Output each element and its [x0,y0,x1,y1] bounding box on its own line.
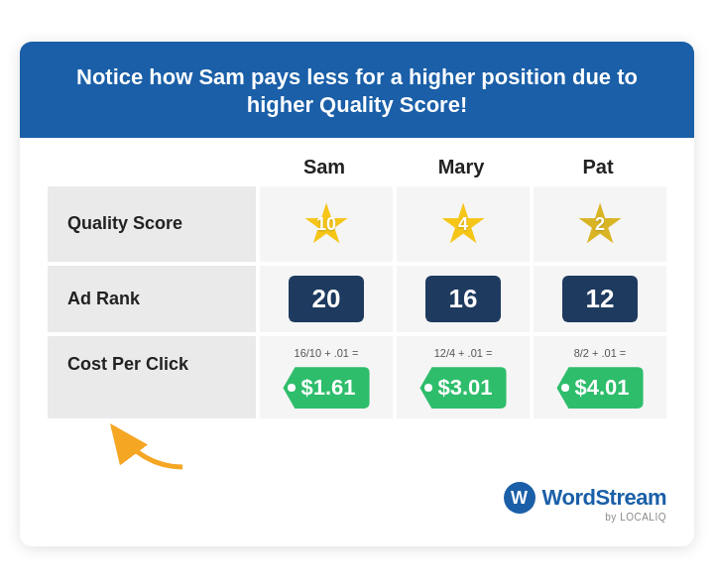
formula-pat: 8/2 + .01 = [574,346,627,361]
star-value-sam: 10 [316,214,336,235]
ad-rank-box-sam: 20 [289,276,365,322]
star-pat: ★ 2 [575,196,625,252]
logo-main: W WordStream [504,482,666,514]
cost-per-click-row: Cost Per Click 16/10 + .01 = $1.61 12/4 … [48,336,666,422]
price-tag-wrap-mary: 12/4 + .01 = $3.01 [405,346,522,409]
header-title: Notice how Sam pays less for a higher po… [20,42,694,138]
ad-rank-sam: 20 [256,266,393,336]
quality-score-mary: ★ 4 [393,186,530,266]
col-header-mary: Mary [393,156,530,186]
ad-rank-row: Ad Rank 20 16 12 [48,266,666,336]
wordstream-logo: W WordStream by LOCALIQ [504,482,666,523]
logo-icon: W [504,482,536,514]
col-header-sam: Sam [256,156,393,186]
ad-rank-box-pat: 12 [562,276,639,322]
logo-text: WordStream [542,485,666,511]
star-value-mary: 4 [458,214,468,235]
cost-mary: 12/4 + .01 = $3.01 [393,336,530,422]
comparison-table: Sam Mary Pat Quality Score ★ 10 [48,156,666,472]
formula-sam: 16/10 + .01 = [295,346,359,361]
formula-mary: 12/4 + .01 = [434,346,493,361]
cost-per-click-label: Cost Per Click [48,336,256,422]
price-tag-wrap-pat: 8/2 + .01 = $4.01 [541,346,658,409]
star-value-pat: 2 [595,214,605,235]
cost-pat: 8/2 + .01 = $4.01 [530,336,666,422]
footer: W WordStream by LOCALIQ [20,472,694,523]
star-mary: ★ 4 [438,196,488,252]
ad-rank-pat: 12 [530,266,666,336]
quality-score-pat: ★ 2 [530,186,666,266]
star-sam: ★ 10 [301,196,351,252]
main-card: Notice how Sam pays less for a higher po… [20,42,694,547]
quality-score-sam: ★ 10 [256,186,393,266]
price-tag-wrap-sam: 16/10 + .01 = $1.61 [268,346,385,409]
cost-sam: 16/10 + .01 = $1.61 [256,336,393,422]
ad-rank-label: Ad Rank [48,266,256,336]
arrow-cell [48,422,666,472]
col-header-pat: Pat [530,156,666,186]
arrow-row [48,422,666,472]
quality-score-row: Quality Score ★ 10 ★ 4 [48,186,666,266]
price-tag-sam: $1.61 [283,367,369,409]
quality-score-label: Quality Score [48,186,256,266]
table-area: Sam Mary Pat Quality Score ★ 10 [20,138,694,472]
column-header-row: Sam Mary Pat [48,156,666,186]
logo-sub: by LOCALIQ [605,512,666,523]
price-tag-mary: $3.01 [419,367,506,409]
ad-rank-mary: 16 [393,266,530,336]
ad-rank-box-mary: 16 [425,276,502,322]
arrow-icon [83,412,202,472]
price-tag-pat: $4.01 [556,367,643,409]
